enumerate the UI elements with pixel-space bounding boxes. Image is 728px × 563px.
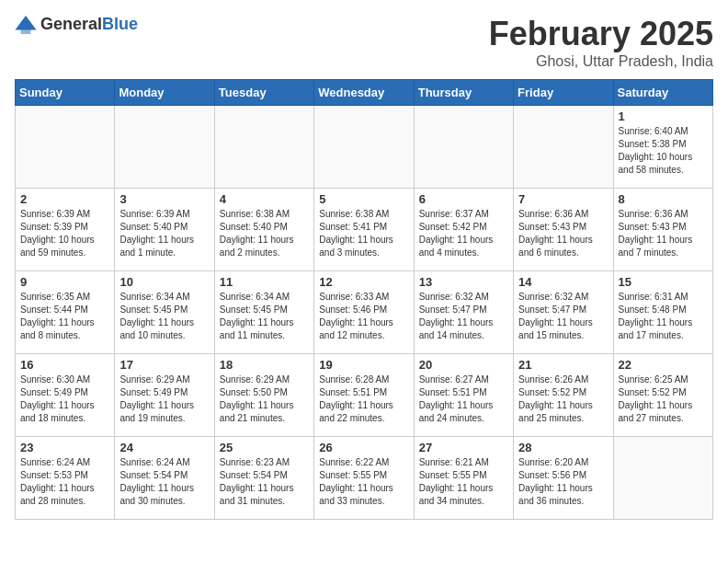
day-number: 11 [220, 275, 309, 289]
day-number: 7 [518, 192, 608, 206]
calendar-cell: 13Sunrise: 6:32 AM Sunset: 5:47 PM Dayli… [414, 271, 513, 354]
calendar-cell [16, 106, 115, 189]
day-info: Sunrise: 6:27 AM Sunset: 5:51 PM Dayligh… [419, 373, 508, 425]
title-area: February 2025 Ghosi, Uttar Pradesh, Indi… [489, 15, 713, 70]
logo-text-general: General [40, 15, 102, 33]
calendar-cell: 5Sunrise: 6:38 AM Sunset: 5:41 PM Daylig… [314, 189, 414, 271]
calendar-cell: 2Sunrise: 6:39 AM Sunset: 5:39 PM Daylig… [16, 189, 115, 271]
calendar-cell: 26Sunrise: 6:22 AM Sunset: 5:55 PM Dayli… [314, 437, 414, 520]
svg-marker-1 [21, 21, 31, 34]
calendar-cell: 16Sunrise: 6:30 AM Sunset: 5:49 PM Dayli… [16, 354, 115, 437]
calendar-cell: 28Sunrise: 6:20 AM Sunset: 5:56 PM Dayli… [514, 437, 613, 520]
calendar-cell: 3Sunrise: 6:39 AM Sunset: 5:40 PM Daylig… [115, 189, 214, 271]
calendar-cell: 15Sunrise: 6:31 AM Sunset: 5:48 PM Dayli… [613, 271, 712, 354]
day-info: Sunrise: 6:20 AM Sunset: 5:56 PM Dayligh… [518, 456, 608, 508]
calendar-cell: 9Sunrise: 6:35 AM Sunset: 5:44 PM Daylig… [16, 271, 115, 354]
location-title: Ghosi, Uttar Pradesh, India [489, 53, 713, 70]
header: GeneralBlue February 2025 Ghosi, Uttar P… [15, 15, 713, 70]
day-info: Sunrise: 6:23 AM Sunset: 5:54 PM Dayligh… [220, 456, 309, 508]
day-info: Sunrise: 6:34 AM Sunset: 5:45 PM Dayligh… [220, 291, 309, 342]
calendar-cell: 11Sunrise: 6:34 AM Sunset: 5:45 PM Dayli… [214, 271, 313, 354]
day-info: Sunrise: 6:30 AM Sunset: 5:49 PM Dayligh… [20, 373, 109, 425]
day-number: 8 [619, 192, 708, 206]
calendar-cell: 1Sunrise: 6:40 AM Sunset: 5:38 PM Daylig… [613, 106, 712, 189]
logo: GeneralBlue [15, 15, 138, 34]
weekday-sunday: Sunday [16, 80, 115, 106]
calendar-body: 1Sunrise: 6:40 AM Sunset: 5:38 PM Daylig… [16, 106, 713, 520]
day-number: 2 [20, 192, 109, 206]
day-number: 4 [220, 192, 309, 206]
calendar-cell: 4Sunrise: 6:38 AM Sunset: 5:40 PM Daylig… [214, 189, 313, 271]
day-info: Sunrise: 6:29 AM Sunset: 5:49 PM Dayligh… [119, 373, 209, 425]
day-number: 1 [619, 109, 708, 123]
calendar-cell: 6Sunrise: 6:37 AM Sunset: 5:42 PM Daylig… [414, 189, 513, 271]
logo-wordmark: GeneralBlue [40, 15, 138, 34]
day-info: Sunrise: 6:31 AM Sunset: 5:48 PM Dayligh… [619, 291, 708, 342]
calendar-cell: 10Sunrise: 6:34 AM Sunset: 5:45 PM Dayli… [115, 271, 214, 354]
calendar-cell: 7Sunrise: 6:36 AM Sunset: 5:43 PM Daylig… [514, 189, 613, 271]
day-info: Sunrise: 6:29 AM Sunset: 5:50 PM Dayligh… [220, 373, 309, 425]
calendar-cell [214, 106, 313, 189]
calendar: SundayMondayTuesdayWednesdayThursdayFrid… [15, 79, 713, 520]
calendar-cell: 14Sunrise: 6:32 AM Sunset: 5:47 PM Dayli… [514, 271, 613, 354]
calendar-cell: 21Sunrise: 6:26 AM Sunset: 5:52 PM Dayli… [514, 354, 613, 437]
day-number: 3 [119, 192, 209, 206]
day-number: 27 [419, 441, 508, 454]
day-number: 22 [619, 358, 708, 372]
weekday-wednesday: Wednesday [314, 80, 414, 106]
calendar-cell: 24Sunrise: 6:24 AM Sunset: 5:54 PM Dayli… [115, 437, 214, 520]
day-info: Sunrise: 6:36 AM Sunset: 5:43 PM Dayligh… [619, 208, 708, 259]
calendar-cell: 23Sunrise: 6:24 AM Sunset: 5:53 PM Dayli… [16, 437, 115, 520]
day-number: 18 [220, 358, 309, 372]
calendar-cell: 12Sunrise: 6:33 AM Sunset: 5:46 PM Dayli… [314, 271, 414, 354]
calendar-cell [613, 437, 712, 520]
day-number: 17 [119, 358, 209, 372]
calendar-cell [314, 106, 414, 189]
weekday-header-row: SundayMondayTuesdayWednesdayThursdayFrid… [16, 80, 713, 106]
month-title: February 2025 [489, 15, 713, 53]
day-info: Sunrise: 6:33 AM Sunset: 5:46 PM Dayligh… [319, 291, 408, 342]
day-info: Sunrise: 6:32 AM Sunset: 5:47 PM Dayligh… [419, 291, 508, 342]
day-number: 25 [220, 441, 309, 454]
day-number: 28 [518, 441, 608, 454]
calendar-cell: 20Sunrise: 6:27 AM Sunset: 5:51 PM Dayli… [414, 354, 513, 437]
calendar-cell: 18Sunrise: 6:29 AM Sunset: 5:50 PM Dayli… [214, 354, 313, 437]
calendar-cell [414, 106, 513, 189]
logo-text-blue: Blue [102, 15, 138, 33]
day-info: Sunrise: 6:22 AM Sunset: 5:55 PM Dayligh… [319, 456, 408, 508]
day-info: Sunrise: 6:34 AM Sunset: 5:45 PM Dayligh… [119, 291, 209, 342]
day-number: 26 [319, 441, 408, 454]
weekday-monday: Monday [115, 80, 214, 106]
day-info: Sunrise: 6:25 AM Sunset: 5:52 PM Dayligh… [619, 373, 708, 425]
calendar-cell: 25Sunrise: 6:23 AM Sunset: 5:54 PM Dayli… [214, 437, 313, 520]
day-info: Sunrise: 6:36 AM Sunset: 5:43 PM Dayligh… [518, 208, 608, 259]
week-row-1: 2Sunrise: 6:39 AM Sunset: 5:39 PM Daylig… [16, 189, 713, 271]
day-number: 10 [119, 275, 209, 289]
weekday-thursday: Thursday [414, 80, 513, 106]
week-row-4: 23Sunrise: 6:24 AM Sunset: 5:53 PM Dayli… [16, 437, 713, 520]
day-number: 19 [319, 358, 408, 372]
day-number: 23 [20, 441, 109, 454]
day-info: Sunrise: 6:38 AM Sunset: 5:41 PM Dayligh… [319, 208, 408, 259]
day-info: Sunrise: 6:39 AM Sunset: 5:40 PM Dayligh… [119, 208, 209, 259]
day-info: Sunrise: 6:21 AM Sunset: 5:55 PM Dayligh… [419, 456, 508, 508]
day-number: 24 [119, 441, 209, 454]
day-number: 6 [419, 192, 508, 206]
calendar-cell [115, 106, 214, 189]
day-info: Sunrise: 6:37 AM Sunset: 5:42 PM Dayligh… [419, 208, 508, 259]
day-number: 5 [319, 192, 408, 206]
calendar-cell: 22Sunrise: 6:25 AM Sunset: 5:52 PM Dayli… [613, 354, 712, 437]
day-info: Sunrise: 6:38 AM Sunset: 5:40 PM Dayligh… [220, 208, 309, 259]
day-number: 14 [518, 275, 608, 289]
day-info: Sunrise: 6:40 AM Sunset: 5:38 PM Dayligh… [619, 125, 708, 177]
weekday-tuesday: Tuesday [214, 80, 313, 106]
weekday-friday: Friday [514, 80, 613, 106]
day-number: 20 [419, 358, 508, 372]
day-number: 21 [518, 358, 608, 372]
logo-icon [15, 16, 37, 34]
calendar-cell: 27Sunrise: 6:21 AM Sunset: 5:55 PM Dayli… [414, 437, 513, 520]
week-row-0: 1Sunrise: 6:40 AM Sunset: 5:38 PM Daylig… [16, 106, 713, 189]
day-number: 12 [319, 275, 408, 289]
calendar-cell: 8Sunrise: 6:36 AM Sunset: 5:43 PM Daylig… [613, 189, 712, 271]
day-number: 13 [419, 275, 508, 289]
